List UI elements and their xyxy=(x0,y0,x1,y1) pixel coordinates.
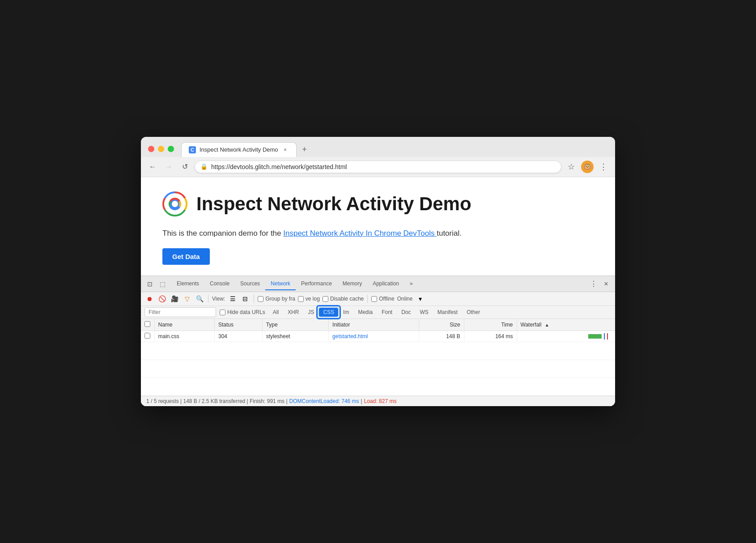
network-toolbar: ⏺ 🚫 🎥 ▽ 🔍 View: ☰ ⊟ Group by fra ve log … xyxy=(141,292,615,306)
disable-cache-label[interactable]: Disable cache xyxy=(323,296,364,302)
tab-network[interactable]: Network xyxy=(265,278,296,290)
avatar[interactable]: 🐵 xyxy=(581,161,594,173)
toolbar-separator-3 xyxy=(367,295,368,303)
load-time-text: Load: 827 ms xyxy=(364,398,397,404)
list-view-button[interactable]: ☰ xyxy=(228,294,238,304)
filter-js[interactable]: JS xyxy=(304,308,318,317)
description-after: tutorial. xyxy=(437,229,462,238)
col-initiator[interactable]: Initiator xyxy=(329,319,419,331)
col-name[interactable]: Name xyxy=(154,319,214,331)
active-tab[interactable]: C Inspect Network Activity Demo × xyxy=(181,142,297,157)
css-filter-highlight: CSS xyxy=(319,308,338,317)
throttle-dropdown[interactable]: ▾ xyxy=(415,294,425,304)
tab-favicon: C xyxy=(189,146,196,153)
search-icon[interactable]: 🔍 xyxy=(195,294,204,304)
group-by-frame-checkbox[interactable] xyxy=(258,296,263,302)
minimize-button[interactable] xyxy=(158,146,164,152)
filter-xhr[interactable]: XHR xyxy=(284,308,303,317)
empty-row-3 xyxy=(141,378,615,396)
tutorial-link[interactable]: Inspect Network Activity In Chrome DevTo… xyxy=(283,229,437,238)
network-table-container: Name Status Type Initiator Size Time Wat… xyxy=(141,319,615,396)
tab-more[interactable]: » xyxy=(404,278,418,290)
tab-console[interactable]: Console xyxy=(204,278,235,290)
row-size: 148 B xyxy=(419,331,464,342)
waterfall-bar xyxy=(588,334,602,339)
devtools-more-button[interactable]: ⋮ xyxy=(588,279,599,289)
preserve-log-label[interactable]: ve log xyxy=(298,296,320,302)
filter-button[interactable]: ▽ xyxy=(182,294,192,304)
filter-font[interactable]: Font xyxy=(378,308,396,317)
select-all-checkbox[interactable] xyxy=(144,321,150,327)
devtools-panel: ⊡ ⬚ Elements Console Sources Network Per… xyxy=(141,276,615,406)
filter-img[interactable]: Im xyxy=(339,308,353,317)
forward-button[interactable]: → xyxy=(162,161,175,173)
favicon-text: C xyxy=(191,147,194,153)
reload-button[interactable]: ↺ xyxy=(178,161,191,173)
preserve-log-checkbox[interactable] xyxy=(298,296,304,302)
navigation-toolbar: ← → ↺ 🔒 https://devtools.glitch.me/netwo… xyxy=(141,157,615,177)
clear-button[interactable]: 🚫 xyxy=(157,294,167,304)
col-status[interactable]: Status xyxy=(214,319,262,331)
filter-ws[interactable]: WS xyxy=(416,308,433,317)
page-header: Inspect Network Activity Demo xyxy=(162,191,594,216)
more-options-button[interactable]: ⋮ xyxy=(597,161,610,173)
group-by-frame-label[interactable]: Group by fra xyxy=(258,296,295,302)
large-rows-button[interactable]: ⊟ xyxy=(240,294,250,304)
address-bar[interactable]: 🔒 https://devtools.glitch.me/network/get… xyxy=(195,161,561,173)
record-button[interactable]: ⏺ xyxy=(144,294,154,304)
hide-data-urls-label[interactable]: Hide data URLs xyxy=(220,309,265,315)
devtools-select-icon[interactable]: ⊡ xyxy=(144,279,155,289)
dom-loaded-link[interactable]: DOMContentLoaded: 746 ms xyxy=(289,398,359,404)
back-button[interactable]: ← xyxy=(146,161,159,173)
url-prefix: https://devtools.glitch.me xyxy=(211,163,280,170)
filter-input[interactable] xyxy=(144,307,216,317)
tab-elements[interactable]: Elements xyxy=(171,278,204,290)
group-by-frame-text: Group by fra xyxy=(265,296,295,302)
col-waterfall[interactable]: Waterfall ▲ xyxy=(517,319,615,331)
get-data-button[interactable]: Get Data xyxy=(162,248,210,265)
page-description: This is the companion demo for the Inspe… xyxy=(162,227,594,239)
offline-text: Offline xyxy=(379,296,394,302)
empty-row xyxy=(141,342,615,360)
filter-media[interactable]: Media xyxy=(354,308,377,317)
offline-label[interactable]: Offline xyxy=(371,296,394,302)
filter-other[interactable]: Other xyxy=(463,308,484,317)
offline-checkbox[interactable] xyxy=(371,296,377,302)
row-initiator[interactable]: getstarted.html xyxy=(329,331,419,342)
maximize-button[interactable] xyxy=(168,146,174,152)
disable-cache-checkbox[interactable] xyxy=(323,296,328,302)
waterfall-bar-container xyxy=(521,333,612,339)
col-type[interactable]: Type xyxy=(262,319,328,331)
preserve-log-text: ve log xyxy=(306,296,320,302)
new-tab-button[interactable]: + xyxy=(298,144,311,156)
row-checkbox[interactable] xyxy=(141,331,154,342)
devtools-tabs: ⊡ ⬚ Elements Console Sources Network Per… xyxy=(141,276,615,292)
filter-manifest[interactable]: Manifest xyxy=(433,308,462,317)
filter-all[interactable]: All xyxy=(269,308,283,317)
lock-icon: 🔒 xyxy=(200,163,208,170)
filter-bar: Hide data URLs All XHR JS CSS Im Media F… xyxy=(141,306,615,319)
close-button[interactable] xyxy=(148,146,154,152)
window-controls xyxy=(148,146,174,152)
devtools-close-button[interactable]: × xyxy=(601,279,612,289)
col-time[interactable]: Time xyxy=(464,319,517,331)
tab-close-button[interactable]: × xyxy=(282,146,289,153)
network-table: Name Status Type Initiator Size Time Wat… xyxy=(141,319,615,396)
tab-memory[interactable]: Memory xyxy=(337,278,367,290)
waterfall-red-line xyxy=(607,333,608,339)
status-separator: | xyxy=(361,398,362,404)
tabs-area: C Inspect Network Activity Demo × + xyxy=(181,142,608,157)
hide-data-urls-checkbox[interactable] xyxy=(220,310,225,315)
col-size[interactable]: Size xyxy=(419,319,464,331)
tab-performance[interactable]: Performance xyxy=(296,278,337,290)
bookmark-button[interactable]: ☆ xyxy=(565,161,578,173)
svg-point-6 xyxy=(172,201,178,207)
tab-sources[interactable]: Sources xyxy=(235,278,265,290)
table-row[interactable]: main.css 304 stylesheet getstarted.html … xyxy=(141,331,615,342)
devtools-dock-icon[interactable]: ⬚ xyxy=(157,279,168,289)
screenshot-button[interactable]: 🎥 xyxy=(170,294,179,304)
filter-doc[interactable]: Doc xyxy=(397,308,415,317)
url-path: /network/getstarted.html xyxy=(280,163,347,170)
filter-css[interactable]: CSS xyxy=(319,308,338,317)
tab-application[interactable]: Application xyxy=(367,278,404,290)
